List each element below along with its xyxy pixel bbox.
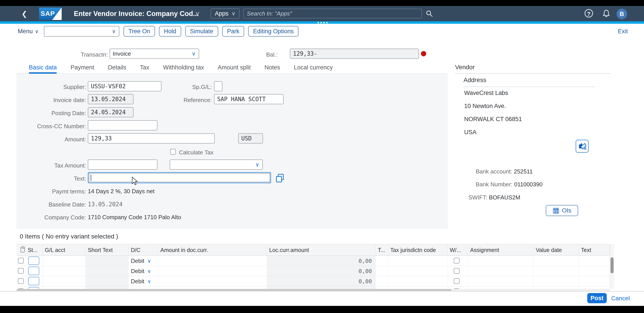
column-header-st-[interactable]: St... xyxy=(26,244,42,256)
cell-amt xyxy=(158,256,267,266)
withholding-checkbox[interactable] xyxy=(454,278,460,284)
toolbar-button-hold[interactable]: Hold xyxy=(159,26,181,36)
debit-credit-select[interactable]: Debit∨ xyxy=(131,278,151,285)
notifications-bell-icon[interactable] xyxy=(602,9,611,18)
invoice-date-label: Invoice date: xyxy=(11,97,86,104)
row-select-checkbox[interactable] xyxy=(18,258,24,264)
search-input[interactable]: Search In: "Apps" xyxy=(243,9,422,18)
column-header-d-c[interactable]: D/C xyxy=(128,244,158,256)
column-header-loc-curr-amount[interactable]: Loc.curr.amount xyxy=(267,244,376,256)
column-header-t-[interactable]: T... xyxy=(376,244,388,256)
page-title[interactable]: Enter Vendor Invoice: Company Cod... xyxy=(74,10,199,18)
open-items-button[interactable]: OIs xyxy=(546,205,578,216)
supplier-field[interactable]: USSU-VSF02 xyxy=(88,81,162,92)
column-header-w-[interactable]: W/... xyxy=(448,244,468,256)
currency-field[interactable]: USD xyxy=(238,133,263,144)
column-header-value-date[interactable]: Value date xyxy=(534,244,579,256)
select-all-clipboard-icon[interactable] xyxy=(17,244,26,256)
sap-logo-text: SAP xyxy=(40,10,55,17)
tax-code-select[interactable]: ∨ xyxy=(170,160,263,170)
posting-date-field[interactable]: 24.05.2024 xyxy=(88,107,134,117)
sap-logo[interactable]: SAP xyxy=(39,8,62,20)
debit-credit-select[interactable]: Debit∨ xyxy=(131,268,151,274)
loc-curr-amount-value[interactable]: 0,00 xyxy=(358,268,372,274)
loc-curr-amount-value[interactable]: 0,00 xyxy=(358,278,372,284)
toolbar-button-tree-on[interactable]: Tree On xyxy=(124,26,155,36)
cell-gl xyxy=(42,276,86,286)
withholding-checkbox[interactable] xyxy=(454,258,460,264)
status-input[interactable] xyxy=(28,267,39,275)
tab-details[interactable]: Details xyxy=(108,62,126,73)
back-icon[interactable]: ❮ xyxy=(20,10,28,18)
supplier-label: Supplier: xyxy=(11,84,86,90)
address-line: WaveCrest Labs xyxy=(464,90,508,96)
apps-scope-dropdown[interactable]: Apps ∨ xyxy=(211,8,240,19)
cell-gl xyxy=(42,266,86,276)
column-header-short-text[interactable]: Short Text xyxy=(86,244,128,256)
ok-code-combobox[interactable]: ∨ xyxy=(44,26,119,36)
exit-button[interactable]: Exit xyxy=(618,28,628,35)
cancel-button[interactable]: Cancel xyxy=(611,295,630,302)
column-header-tax-jurisdictn-code[interactable]: Tax jurisdictn code xyxy=(388,244,448,256)
menu-label: Menu xyxy=(18,28,33,35)
debit-credit-chevron-down-icon: ∨ xyxy=(148,268,151,274)
cell-short xyxy=(86,266,128,276)
tax-amount-field[interactable] xyxy=(88,160,158,170)
table-horizontal-scrollbar[interactable] xyxy=(17,289,610,291)
row-select-checkbox[interactable] xyxy=(18,268,24,274)
search-icon[interactable] xyxy=(425,10,433,18)
column-header-assignment[interactable]: Assignment xyxy=(468,244,534,256)
toolbar-button-editing-options[interactable]: Editing Options xyxy=(248,26,298,36)
vscroll-thumb[interactable] xyxy=(610,257,614,273)
table-vertical-scrollbar[interactable] xyxy=(610,244,614,289)
cell-gl xyxy=(42,256,86,266)
balance-field[interactable]: 129,33- xyxy=(290,48,419,59)
tab-amount-split[interactable]: Amount split xyxy=(218,62,251,73)
transactn-value: Invoice xyxy=(113,50,131,57)
search-placeholder: Search In: "Apps" xyxy=(247,10,292,17)
title-chevron-down-icon[interactable]: ∨ xyxy=(195,10,200,17)
user-avatar[interactable]: B xyxy=(616,9,627,19)
puzzle-icon xyxy=(578,142,586,150)
withholding-checkbox[interactable] xyxy=(454,268,460,274)
tab-withholding-tax[interactable]: Withholding tax xyxy=(163,62,204,73)
bank-number-value: 011000390 xyxy=(514,181,542,188)
bank-number-row: Bank Number: 011000390 xyxy=(476,181,543,188)
tab-tax[interactable]: Tax xyxy=(140,62,149,73)
invoice-date-field[interactable]: 13.05.2024 xyxy=(88,94,134,104)
reference-field[interactable]: SAP HANA SCOTT xyxy=(214,94,284,104)
amount-field[interactable]: 129,33 xyxy=(88,133,215,144)
cell-dc: Debit∨ xyxy=(128,256,158,266)
text-caret xyxy=(91,174,91,181)
loc-curr-amount-value[interactable]: 0,00 xyxy=(358,258,372,264)
spgl-field[interactable] xyxy=(214,81,222,92)
transactn-select[interactable]: Invoice ∨ xyxy=(110,48,199,59)
cross-cc-field[interactable] xyxy=(88,120,158,130)
tab-local-currency[interactable]: Local currency xyxy=(294,62,333,73)
row-select-checkbox[interactable] xyxy=(18,278,24,284)
help-icon[interactable]: ? xyxy=(584,9,593,18)
bank-account-row: Bank account: 252511 xyxy=(476,168,533,175)
debit-credit-select[interactable]: Debit∨ xyxy=(131,258,151,264)
cell-dc: Debit∨ xyxy=(128,266,158,276)
splitter-handle-icon[interactable] xyxy=(318,22,328,23)
address-line: NORWALK CT 06851 xyxy=(464,116,522,123)
toolbar-button-park[interactable]: Park xyxy=(222,26,244,36)
toolbar-button-simulate[interactable]: Simulate xyxy=(185,26,218,36)
menu-button[interactable]: Menu ∨ xyxy=(18,28,38,35)
text-expand-copy-icon[interactable] xyxy=(276,174,284,183)
text-field[interactable] xyxy=(88,172,271,183)
clipboard-icon xyxy=(20,247,24,252)
hscroll-thumb[interactable] xyxy=(17,289,451,291)
status-input[interactable] xyxy=(28,277,39,285)
post-button[interactable]: Post xyxy=(587,293,607,303)
status-input[interactable] xyxy=(28,256,39,265)
calculate-tax-checkbox[interactable] xyxy=(170,149,176,154)
tab-basic-data[interactable]: Basic data xyxy=(29,62,57,73)
tab-notes[interactable]: Notes xyxy=(264,62,280,73)
column-header-g-l-acct[interactable]: G/L acct xyxy=(42,244,86,256)
tab-payment[interactable]: Payment xyxy=(70,62,94,73)
column-header-text[interactable]: Text xyxy=(579,244,610,256)
supplement-puzzle-icon-button[interactable] xyxy=(576,140,588,152)
column-header-amount-in-doc-curr-[interactable]: Amount in doc.curr. xyxy=(158,244,267,256)
